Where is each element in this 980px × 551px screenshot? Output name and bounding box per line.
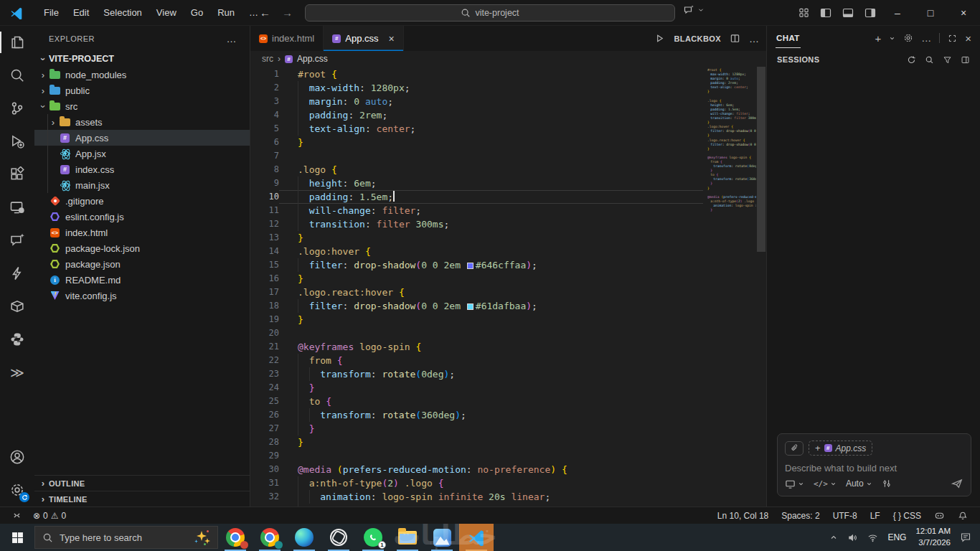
chevron-down-icon[interactable] bbox=[889, 35, 895, 42]
tree-item-index.css[interactable]: #index.css bbox=[34, 161, 250, 177]
tree-item-package-lock.json[interactable]: package-lock.json bbox=[34, 240, 250, 256]
activity-remote-explorer[interactable] bbox=[0, 191, 34, 224]
search-icon[interactable] bbox=[925, 55, 934, 65]
filter-icon[interactable] bbox=[943, 55, 952, 65]
new-chat-icon[interactable]: + bbox=[875, 32, 881, 44]
status-cursor-position[interactable]: Ln 10, Col 18 bbox=[714, 511, 772, 521]
start-button[interactable] bbox=[0, 524, 34, 551]
status-encoding[interactable]: UTF-8 bbox=[829, 511, 861, 521]
tab-App.css[interactable]: #App.css× bbox=[324, 26, 403, 51]
chat-placeholder[interactable]: Describe what to build next bbox=[785, 463, 963, 474]
menu-view[interactable]: View bbox=[150, 4, 183, 21]
taskbar-app-file-explorer[interactable] bbox=[390, 524, 425, 551]
menu-go[interactable]: Go bbox=[184, 4, 209, 21]
taskbar-app-vscode[interactable] bbox=[459, 524, 494, 551]
editor-scrollbar[interactable] bbox=[756, 67, 766, 507]
activity-containers[interactable] bbox=[0, 290, 34, 323]
taskbar-app-whatsapp[interactable]: 1 bbox=[356, 524, 390, 551]
more-actions-icon[interactable]: … bbox=[921, 32, 931, 44]
menu-edit[interactable]: Edit bbox=[67, 4, 95, 21]
status-language-mode[interactable]: { } CSS bbox=[890, 511, 925, 521]
tree-item-.gitignore[interactable]: .gitignore bbox=[34, 193, 250, 209]
close-tab-icon[interactable]: × bbox=[389, 33, 395, 44]
toggle-secondary-sidebar-icon[interactable] bbox=[864, 7, 876, 19]
activity-thunder-client[interactable] bbox=[0, 257, 34, 290]
gear-icon[interactable] bbox=[903, 33, 913, 43]
customize-layout-icon[interactable] bbox=[798, 7, 809, 18]
tree-item-package.json[interactable]: package.json bbox=[34, 256, 250, 272]
tree-item-src[interactable]: ›src bbox=[34, 98, 250, 114]
chat-input-box[interactable]: + # App.css Describe what to build next … bbox=[777, 433, 971, 496]
tree-item-index.html[interactable]: <>index.html bbox=[34, 225, 250, 240]
tree-item-eslint.config.js[interactable]: eslint.config.js bbox=[34, 209, 250, 225]
activity-search[interactable] bbox=[0, 59, 34, 92]
activity-source-control[interactable] bbox=[0, 92, 34, 125]
panel-layout-icon[interactable] bbox=[961, 55, 970, 65]
expand-icon[interactable] bbox=[948, 34, 957, 43]
menu-run[interactable]: Run bbox=[211, 4, 241, 21]
toggle-panel-icon[interactable] bbox=[842, 7, 854, 19]
tree-item-main.jsx[interactable]: main.jsx bbox=[34, 177, 250, 193]
tree-item-assets[interactable]: ›assets bbox=[34, 114, 250, 130]
nav-back-button[interactable]: ← bbox=[260, 6, 270, 19]
copilot-menu[interactable] bbox=[683, 4, 705, 16]
problems-indicator[interactable]: ⊗ 0 ⚠ 0 bbox=[29, 511, 70, 521]
activity-python[interactable] bbox=[0, 323, 34, 356]
copilot-icon[interactable] bbox=[930, 510, 948, 521]
bell-icon[interactable] bbox=[954, 511, 971, 521]
tree-item-vite.config.js[interactable]: vite.config.js bbox=[34, 288, 250, 303]
taskbar-app-chrome-profile-1[interactable] bbox=[218, 524, 253, 551]
taskbar-app-edge[interactable] bbox=[287, 524, 321, 551]
activity-explorer[interactable] bbox=[0, 26, 34, 59]
tab-index.html[interactable]: <>index.html bbox=[250, 26, 324, 51]
taskbar-app-photos[interactable] bbox=[425, 524, 459, 551]
tree-root-vite-project[interactable]: › VITE-PROJECT bbox=[34, 51, 250, 67]
close-icon[interactable]: × bbox=[965, 32, 971, 44]
taskbar-search[interactable]: Type here to search bbox=[34, 526, 218, 549]
code-editor[interactable]: 1#root {2 max-width: 1280px;3 margin: 0 … bbox=[250, 67, 703, 507]
language-indicator[interactable]: ENG bbox=[887, 532, 906, 542]
remote-indicator[interactable] bbox=[9, 511, 25, 520]
run-preview-icon[interactable] bbox=[654, 33, 665, 44]
tree-item-node_modules[interactable]: ›node_modules bbox=[34, 67, 250, 83]
hidden-icons-chevron[interactable] bbox=[829, 533, 838, 542]
action-center-icon[interactable] bbox=[960, 532, 971, 543]
status-eol[interactable]: LF bbox=[867, 511, 884, 521]
activity-extensions[interactable] bbox=[0, 158, 34, 191]
minimap[interactable]: 1#root {2 max-width: 1280px;3 margin: 0 … bbox=[706, 68, 756, 212]
editor-more-actions[interactable]: … bbox=[749, 33, 759, 44]
send-icon[interactable] bbox=[951, 477, 963, 490]
section-timeline[interactable]: ›TIMELINE bbox=[34, 491, 250, 507]
refresh-icon[interactable] bbox=[907, 55, 916, 65]
tree-item-public[interactable]: ›public bbox=[34, 83, 250, 98]
tree-item-App.css[interactable]: #App.css bbox=[34, 130, 250, 146]
target-selector[interactable] bbox=[785, 479, 804, 489]
activity-blackbox-chat[interactable] bbox=[0, 224, 34, 257]
menu-selection[interactable]: Selection bbox=[97, 4, 148, 21]
menu-file[interactable]: File bbox=[37, 4, 65, 21]
attach-button[interactable] bbox=[785, 441, 804, 456]
status-indentation[interactable]: Spaces: 2 bbox=[778, 511, 823, 521]
breadcrumb-folder[interactable]: src bbox=[262, 54, 273, 64]
tree-item-App.jsx[interactable]: App.jsx bbox=[34, 146, 250, 161]
blackbox-button[interactable]: BLACKBOX bbox=[674, 34, 721, 43]
minimize-button[interactable]: – bbox=[881, 0, 914, 26]
activity-accounts[interactable] bbox=[0, 441, 34, 474]
model-selector[interactable]: Auto bbox=[846, 479, 872, 489]
activity-run-debug[interactable] bbox=[0, 125, 34, 158]
command-center-search[interactable]: vite-project bbox=[305, 4, 675, 22]
activity-pylance[interactable]: ≫ bbox=[0, 356, 34, 389]
context-chip[interactable]: + # App.css bbox=[809, 441, 872, 456]
clock[interactable]: 12:01 AM 3/7/2026 bbox=[915, 526, 951, 548]
taskbar-app-chatgpt[interactable] bbox=[321, 524, 356, 551]
split-editor-icon[interactable] bbox=[730, 33, 740, 44]
maximize-button[interactable]: □ bbox=[914, 0, 947, 26]
volume-icon[interactable] bbox=[847, 532, 858, 543]
nav-forward-button[interactable]: → bbox=[282, 6, 293, 19]
section-outline[interactable]: ›OUTLINE bbox=[34, 475, 250, 491]
breadcrumb-file[interactable]: App.css bbox=[297, 54, 328, 64]
explorer-more-actions[interactable]: … bbox=[227, 33, 237, 44]
wifi-icon[interactable] bbox=[867, 532, 878, 543]
scrollbar-thumb[interactable] bbox=[757, 67, 765, 252]
tree-item-README.md[interactable]: iREADME.md bbox=[34, 272, 250, 288]
